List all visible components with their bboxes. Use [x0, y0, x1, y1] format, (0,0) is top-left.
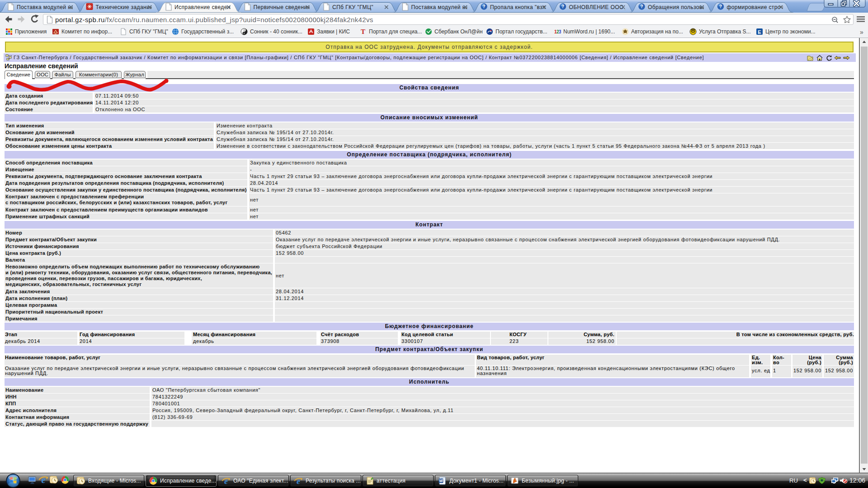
svg-text:Поставка модулей на: Поставка модулей на	[17, 4, 74, 10]
svg-text:T: T	[361, 28, 365, 35]
svg-text:СПб ГКУ "ГМЦ": СПб ГКУ "ГМЦ"	[332, 4, 373, 10]
svg-text:Исправление сведени: Исправление сведени	[175, 4, 234, 10]
svg-text:Пропала кнопка "взят: Пропала кнопка "взят	[490, 4, 548, 10]
svg-text:?: ?	[640, 4, 643, 9]
svg-text:3: 3	[559, 29, 561, 34]
svg-text:Технические задания |: Технические задания |	[96, 4, 156, 10]
svg-text:?: ?	[719, 4, 722, 9]
svg-text:Обращения пользова: Обращения пользова	[648, 4, 705, 10]
svg-text:формирование строч: формирование строч	[727, 4, 784, 10]
svg-text:E: E	[758, 29, 761, 35]
svg-text:Первичные сведения: Первичные сведения	[254, 4, 311, 10]
svg-text:?: ?	[482, 4, 485, 9]
svg-text:ОБНОВЛЕНИЕ ООС Д: ОБНОВЛЕНИЕ ООС Д	[569, 4, 629, 10]
svg-text:?: ?	[561, 4, 564, 9]
svg-text:Поставка модулей на: Поставка модулей на	[411, 4, 469, 10]
